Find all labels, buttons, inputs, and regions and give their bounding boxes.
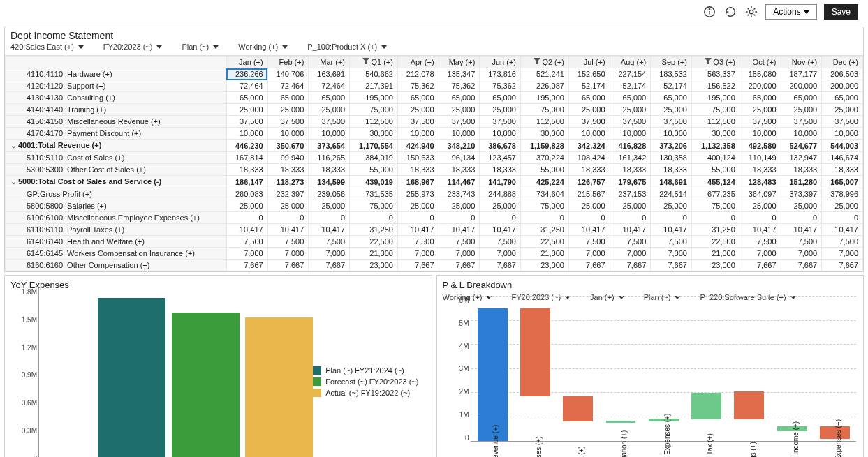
grid-cell[interactable]: 1,159,828 <box>520 140 568 152</box>
grid-cell[interactable]: 112,500 <box>350 116 398 128</box>
grid-cell[interactable]: 386,678 <box>480 140 521 152</box>
grid-cell[interactable]: 22,500 <box>350 236 398 248</box>
grid-cell[interactable]: 7,667 <box>267 260 309 271</box>
grid-cell[interactable]: 342,324 <box>568 140 610 152</box>
grid-cell[interactable]: 156,522 <box>691 80 740 92</box>
grid-cell[interactable]: 0 <box>397 212 439 224</box>
grid-cell[interactable]: 110,149 <box>740 152 781 164</box>
grid-cell[interactable]: 7,667 <box>480 260 521 271</box>
grid-cell[interactable]: 7,500 <box>267 236 309 248</box>
grid-cell[interactable]: 7,000 <box>822 248 863 260</box>
grid-cell[interactable]: 7,500 <box>397 236 439 248</box>
gear-icon[interactable] <box>744 5 758 19</box>
grid-cell[interactable]: 65,000 <box>267 92 309 104</box>
grid-cell[interactable]: 521,241 <box>520 68 568 80</box>
grid-cell[interactable]: 7,500 <box>651 236 692 248</box>
grid-cell[interactable]: 150,633 <box>397 152 439 164</box>
column-header[interactable]: Q3 (+) <box>691 57 740 68</box>
grid-cell[interactable]: 114,467 <box>439 176 480 188</box>
grid-cell[interactable]: 18,333 <box>822 164 863 176</box>
grid-cell[interactable]: 151,280 <box>781 176 822 188</box>
grid-cell[interactable]: 25,000 <box>267 200 309 212</box>
grid-cell[interactable]: 239,056 <box>309 188 350 200</box>
column-header[interactable]: Jul (+) <box>568 57 610 68</box>
grid-cell[interactable]: 75,362 <box>439 80 480 92</box>
grid-cell[interactable]: 416,828 <box>610 140 651 152</box>
column-header[interactable]: Q2 (+) <box>520 57 568 68</box>
grid-cell[interactable]: 232,397 <box>267 188 309 200</box>
grid-cell[interactable]: 7,500 <box>781 236 822 248</box>
grid-cell[interactable]: 37,500 <box>651 116 692 128</box>
grid-cell[interactable]: 373,206 <box>651 140 692 152</box>
row-label[interactable]: 6145:6145: Workers Compensation Insuranc… <box>6 248 227 260</box>
grid-cell[interactable]: 370,224 <box>520 152 568 164</box>
refresh-icon[interactable] <box>723 5 737 19</box>
grid-cell[interactable]: 65,000 <box>226 92 267 104</box>
grid-cell[interactable]: 161,342 <box>610 152 651 164</box>
row-label[interactable]: 5300:5300: Other Cost of Sales (+) <box>6 164 227 176</box>
grid-cell[interactable]: 25,000 <box>480 104 521 116</box>
grid-cell[interactable]: 424,940 <box>397 140 439 152</box>
grid-cell[interactable]: 37,500 <box>480 116 521 128</box>
grid-cell[interactable]: 10,417 <box>822 224 863 236</box>
grid-cell[interactable]: 10,417 <box>651 224 692 236</box>
grid-cell[interactable]: 25,000 <box>480 200 521 212</box>
column-header[interactable]: Q1 (+) <box>350 57 398 68</box>
grid-cell[interactable]: 200,000 <box>740 80 781 92</box>
grid-cell[interactable]: 212,078 <box>397 68 439 80</box>
grid-cell[interactable]: 25,000 <box>610 104 651 116</box>
grid-cell[interactable]: 0 <box>822 212 863 224</box>
grid-cell[interactable]: 7,500 <box>740 236 781 248</box>
grid-cell[interactable]: 23,000 <box>691 260 740 271</box>
grid-cell[interactable]: 0 <box>740 212 781 224</box>
grid-cell[interactable]: 65,000 <box>610 92 651 104</box>
grid-cell[interactable]: 21,000 <box>350 248 398 260</box>
grid-cell[interactable]: 167,814 <box>226 152 267 164</box>
grid-cell[interactable]: 118,273 <box>267 176 309 188</box>
row-label[interactable]: 4140:4140: Training (+) <box>6 104 227 116</box>
grid-cell[interactable]: 7,000 <box>480 248 521 260</box>
grid-cell[interactable]: 146,674 <box>822 152 863 164</box>
grid-cell[interactable]: 25,000 <box>309 104 350 116</box>
grid-cell[interactable]: 186,147 <box>226 176 267 188</box>
grid-cell[interactable]: 544,003 <box>822 140 863 152</box>
grid-cell[interactable]: 7,667 <box>610 260 651 271</box>
grid-cell[interactable]: 7,500 <box>309 236 350 248</box>
data-grid[interactable]: Jan (+)Feb (+)Mar (+)Q1 (+)Apr (+)May (+… <box>5 56 863 271</box>
grid-cell[interactable]: 7,000 <box>610 248 651 260</box>
grid-cell[interactable]: 96,134 <box>439 152 480 164</box>
grid-cell[interactable]: 200,000 <box>822 80 863 92</box>
column-header[interactable]: Nov (+) <box>781 57 822 68</box>
grid-cell[interactable]: 7,500 <box>822 236 863 248</box>
column-header[interactable]: Oct (+) <box>740 57 781 68</box>
grid-cell[interactable]: 37,500 <box>781 116 822 128</box>
save-button[interactable]: Save <box>824 4 858 20</box>
grid-cell[interactable]: 10,417 <box>439 224 480 236</box>
grid-cell[interactable]: 65,000 <box>781 92 822 104</box>
grid-cell[interactable]: 55,000 <box>520 164 568 176</box>
grid-cell[interactable]: 439,019 <box>350 176 398 188</box>
filter-dropdown[interactable]: FY20:2023 (~) <box>103 43 163 51</box>
grid-cell[interactable]: 200,000 <box>781 80 822 92</box>
grid-cell[interactable]: 128,483 <box>740 176 781 188</box>
grid-cell[interactable]: 0 <box>350 212 398 224</box>
grid-cell[interactable]: 72,464 <box>267 80 309 92</box>
grid-cell[interactable]: 65,000 <box>309 92 350 104</box>
grid-cell[interactable]: 18,333 <box>740 164 781 176</box>
grid-cell[interactable]: 227,154 <box>610 68 651 80</box>
grid-cell[interactable]: 18,333 <box>568 164 610 176</box>
grid-cell[interactable]: 18,333 <box>781 164 822 176</box>
grid-cell[interactable]: 195,000 <box>520 92 568 104</box>
grid-cell[interactable]: 10,000 <box>397 128 439 140</box>
column-header[interactable]: Apr (+) <box>397 57 439 68</box>
column-header[interactable]: Feb (+) <box>267 57 309 68</box>
grid-cell[interactable]: 10,000 <box>480 128 521 140</box>
grid-cell[interactable]: 126,757 <box>568 176 610 188</box>
grid-cell[interactable]: 1,132,358 <box>691 140 740 152</box>
grid-cell[interactable]: 187,177 <box>781 68 822 80</box>
grid-cell[interactable]: 7,000 <box>568 248 610 260</box>
grid-cell[interactable]: 25,000 <box>610 200 651 212</box>
grid-cell[interactable]: 75,000 <box>520 200 568 212</box>
grid-cell[interactable]: 10,000 <box>439 128 480 140</box>
grid-cell[interactable]: 7,000 <box>781 248 822 260</box>
